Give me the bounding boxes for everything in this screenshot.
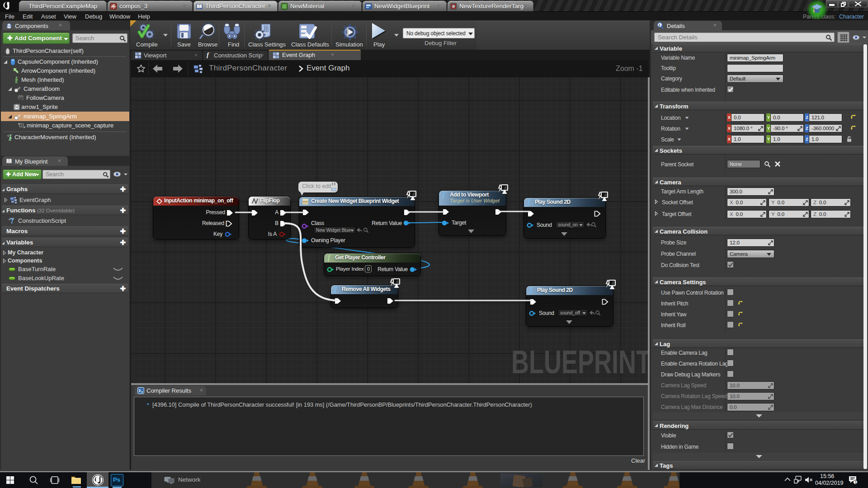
svg-text:1: 1 xyxy=(854,480,857,484)
